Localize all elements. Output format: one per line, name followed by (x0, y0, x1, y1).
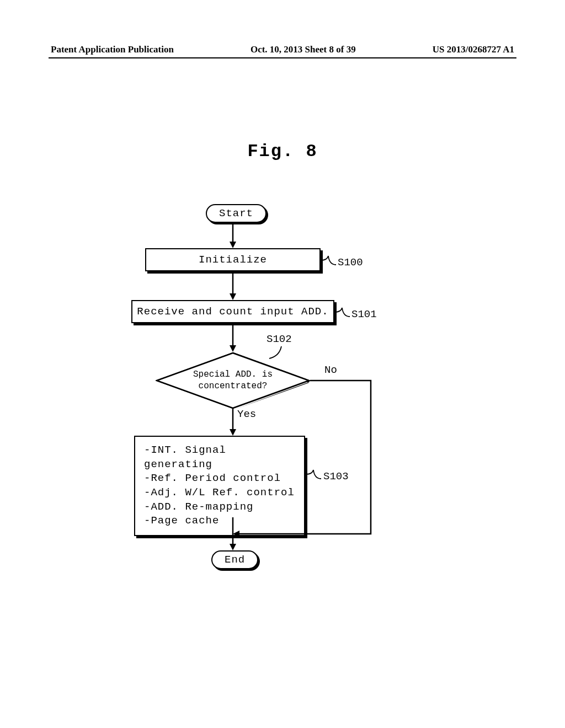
page-header: Patent Application Publication Oct. 10, … (49, 44, 516, 58)
svg-marker-3 (230, 293, 236, 300)
s101-label: S101 (351, 308, 377, 320)
s100-connector-curve (321, 254, 337, 267)
s102-label: S102 (266, 333, 292, 345)
start-text: Start (219, 207, 253, 220)
end-text: End (225, 554, 245, 566)
svg-marker-12 (230, 544, 236, 550)
s101-connector-curve (334, 306, 351, 319)
s100-node: Initialize (145, 248, 321, 271)
start-node: Start (206, 204, 266, 223)
end-node: End (211, 550, 258, 569)
arrow-start-s100 (227, 224, 238, 248)
s101-node: Receive and count input ADD. (131, 300, 334, 323)
no-label: No (324, 364, 337, 376)
s101-text: Receive and count input ADD. (137, 306, 328, 318)
s102-line1: Special ADD. is (193, 370, 273, 379)
svg-marker-13 (233, 531, 239, 537)
header-center: Oct. 10, 2013 Sheet 8 of 39 (250, 44, 356, 55)
flowchart: Start Initialize S100 Receive and count … (49, 204, 516, 601)
s102-connector-curve (269, 345, 292, 361)
no-path (233, 379, 376, 539)
header-left: Patent Application Publication (51, 44, 174, 55)
figure-title: Fig. 8 (49, 141, 516, 162)
arrow-s101-s102 (227, 324, 238, 352)
arrow-s100-s101 (227, 272, 238, 300)
s100-text: Initialize (199, 254, 267, 266)
s100-label: S100 (338, 256, 363, 269)
svg-marker-5 (230, 345, 236, 352)
svg-marker-1 (230, 242, 236, 248)
header-right: US 2013/0268727 A1 (433, 44, 514, 55)
